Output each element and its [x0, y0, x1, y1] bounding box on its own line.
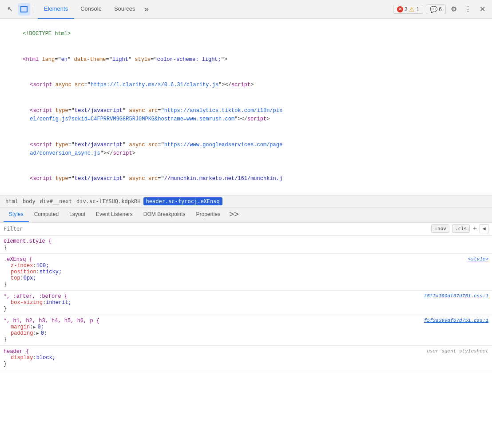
- doctype-comment: <!DOCTYPE html>: [23, 31, 71, 37]
- dom-line-script1[interactable]: <script async src="https://l.clarity.ms/…: [4, 72, 488, 98]
- script-tag-4: <script: [30, 176, 56, 182]
- elements-icon-btn[interactable]: [18, 3, 30, 16]
- script-close-2: script: [247, 116, 266, 122]
- src-attr-3: src: [148, 142, 158, 148]
- tab-event-listeners[interactable]: Event Listeners: [91, 207, 138, 222]
- rule-props-universal: box-sizing: inherit;: [4, 300, 488, 306]
- prop-z-index: z-index: 100;: [11, 263, 488, 269]
- toolbar-badges: ✕ 3 ⚠ 1 💬 6: [393, 4, 446, 14]
- rule-close-eXEnsq: }: [4, 281, 488, 288]
- dom-line-script2[interactable]: <script type="text/javascript" async src…: [4, 98, 488, 132]
- rule-source-universal[interactable]: f5f3a399df67d751.css:1: [424, 293, 488, 299]
- tab-dom-breakpoints[interactable]: DOM Breakpoints: [138, 207, 191, 222]
- script-close-3: script: [113, 150, 132, 156]
- elements-icon: [20, 6, 28, 12]
- script-close-1: script: [231, 82, 250, 88]
- close-icon: ✕: [480, 5, 485, 13]
- rule-selector-header[interactable]: header {: [4, 348, 29, 355]
- settings-btn[interactable]: ⚙: [448, 3, 460, 16]
- data-theme-attr: data-theme: [74, 56, 106, 63]
- type-value-3: text/javascript: [75, 142, 123, 148]
- messages-count: 6: [439, 6, 442, 12]
- rule-source-eXEnsq[interactable]: <style>: [468, 256, 488, 262]
- style-rule-eXEnsq: .eXEnsq { <style> z-index: 100; position…: [0, 254, 492, 291]
- lang-attr: lang: [42, 56, 55, 63]
- rule-props-headings: margin: ▶ 0; padding: ▶ 0;: [4, 324, 488, 336]
- tab-properties[interactable]: Properties: [191, 207, 226, 222]
- rule-props-eXEnsq: z-index: 100; position: sticky; top: 0px…: [4, 263, 488, 281]
- toolbar-tabs: Elements Console Sources »: [38, 0, 391, 19]
- cursor-icon-btn[interactable]: ↖: [4, 3, 16, 16]
- rule-header-eXEnsq: .eXEnsq { <style>: [4, 256, 488, 263]
- styles-more-icon[interactable]: >>: [227, 210, 241, 219]
- styles-panel-tabs: Styles Computed Layout Event Listeners D…: [0, 208, 492, 223]
- breadcrumb-next[interactable]: div#__next: [38, 197, 74, 205]
- rule-selector-headings[interactable]: *, h1, h2, h3, h4, h5, h6, p {: [4, 318, 99, 324]
- prop-margin: margin: ▶ 0;: [11, 324, 488, 330]
- async-attr-3: async: [129, 142, 145, 148]
- hov-btn[interactable]: :hov: [431, 224, 449, 233]
- tab-styles[interactable]: Styles: [4, 207, 29, 222]
- breadcrumb-header[interactable]: header.sc-fyrocj.eXEnsq: [143, 197, 222, 205]
- style-arrow-btn[interactable]: ◀: [480, 224, 488, 233]
- dom-line-html[interactable]: <html lang="en" data-theme="light" style…: [4, 47, 488, 73]
- script-tag-3: <script: [30, 142, 56, 148]
- messages-badge[interactable]: 💬 6: [426, 4, 446, 14]
- async-attr-4: async: [129, 176, 145, 182]
- prop-box-sizing: box-sizing: inherit;: [11, 300, 488, 306]
- close-btn[interactable]: ✕: [476, 3, 488, 16]
- tab-console[interactable]: Console: [74, 0, 108, 19]
- dom-panel: <!DOCTYPE html> <html lang="en" data-the…: [0, 19, 492, 195]
- rule-header-element: element.style {: [4, 238, 488, 244]
- error-count: 3: [405, 6, 408, 12]
- type-attr-4: type: [56, 176, 68, 182]
- rule-props-header: display: block;: [4, 355, 488, 361]
- dom-line-script3[interactable]: <script type="text/javascript" async src…: [4, 132, 488, 166]
- script-src-link-1[interactable]: https://l.clarity.ms/s/0.6.31/clarity.js: [91, 82, 218, 88]
- rule-source-headings[interactable]: f5f3a399df67d751.css:1: [424, 318, 488, 323]
- style-rule-element: element.style { }: [0, 236, 492, 254]
- style-rule-header: header { user agent stylesheet display: …: [0, 346, 492, 370]
- toolbar-divider: [34, 5, 34, 14]
- tab-layout[interactable]: Layout: [64, 207, 91, 222]
- script-tag-1: <script: [30, 82, 56, 88]
- prop-padding: padding: ▶ 0;: [11, 330, 488, 336]
- kebab-btn[interactable]: ⋮: [462, 3, 474, 16]
- dom-line-doctype: <!DOCTYPE html>: [4, 21, 488, 47]
- tab-elements[interactable]: Elements: [38, 0, 74, 19]
- rule-close-element: }: [4, 244, 488, 251]
- rule-selector-eXEnsq[interactable]: .eXEnsq {: [4, 256, 32, 263]
- breadcrumb-sc-div[interactable]: div.sc-lIYSUQ.kdpkRH: [75, 197, 143, 205]
- filter-input[interactable]: [4, 226, 429, 232]
- cls-btn[interactable]: .cls: [452, 224, 470, 233]
- async-attr-1: async: [56, 82, 71, 88]
- html-tag: <html: [23, 56, 42, 63]
- errors-badge[interactable]: ✕ 3 ⚠ 1: [393, 5, 423, 14]
- margin-triangle[interactable]: ▶: [33, 324, 37, 330]
- rule-source-header: user agent stylesheet: [427, 348, 488, 354]
- more-tabs-icon[interactable]: »: [142, 5, 152, 14]
- cursor-icon: ↖: [7, 5, 13, 13]
- type-value-4: text/javascript: [75, 176, 123, 182]
- warning-icon: ⚠: [409, 6, 415, 12]
- rule-selector-element[interactable]: element.style {: [4, 238, 52, 244]
- script-tag-2: <script: [30, 108, 56, 114]
- breadcrumb: html body div#__next div.sc-lIYSUQ.kdpkR…: [0, 195, 492, 208]
- kebab-icon: ⋮: [464, 5, 472, 13]
- src-attr-2: src: [148, 108, 158, 114]
- data-theme-value: light: [112, 56, 128, 63]
- rule-close-header: }: [4, 361, 488, 367]
- padding-triangle[interactable]: ▶: [36, 331, 41, 336]
- src-attr-1: src: [75, 82, 84, 88]
- toolbar-right: ⚙ ⋮ ✕: [448, 3, 488, 16]
- src-attr-4: src: [148, 176, 158, 182]
- tab-sources[interactable]: Sources: [108, 0, 142, 19]
- rule-selector-universal[interactable]: *, :after, :before {: [4, 293, 67, 300]
- tab-computed[interactable]: Computed: [29, 207, 64, 222]
- style-rule-headings: *, h1, h2, h3, h4, h5, h6, p { f5f3a399d…: [0, 315, 492, 346]
- dom-line-script4[interactable]: <script type="text/javascript" async src…: [4, 166, 488, 192]
- prop-top: top: 0px;: [11, 275, 488, 281]
- add-style-btn[interactable]: +: [472, 225, 477, 233]
- breadcrumb-html[interactable]: html: [4, 197, 20, 205]
- breadcrumb-body[interactable]: body: [21, 197, 37, 205]
